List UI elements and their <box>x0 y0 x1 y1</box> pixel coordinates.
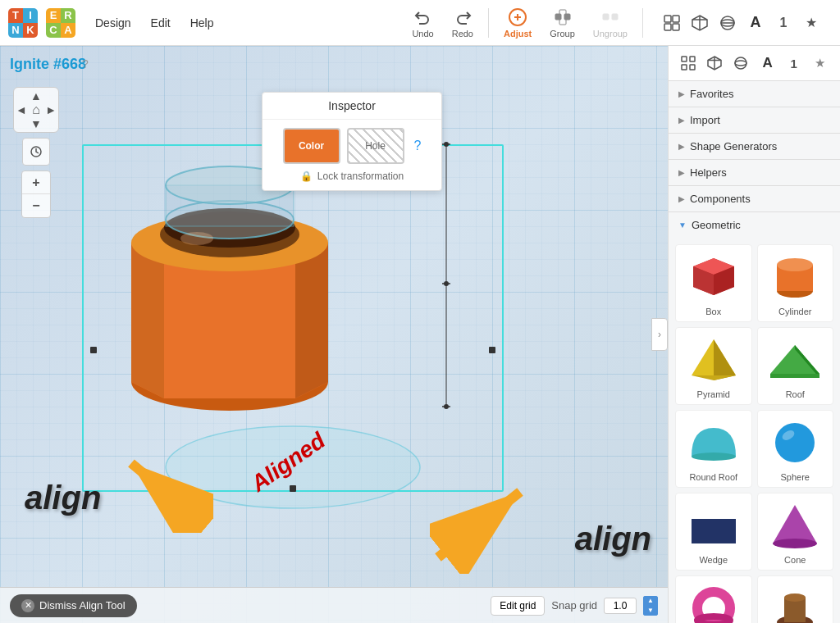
grid-view-button[interactable] <box>660 11 684 35</box>
edit-menu[interactable]: Edit <box>143 13 179 33</box>
panel-sphere-button[interactable] <box>728 51 753 75</box>
color-button[interactable]: Color <box>283 128 340 164</box>
shape-roof[interactable]: Roof <box>757 327 834 405</box>
snap-value-input[interactable] <box>604 598 637 614</box>
panel-star-button[interactable]: ★ <box>808 51 833 75</box>
number-button[interactable]: 1 <box>771 11 796 35</box>
shape-round-roof[interactable]: Round Roof <box>675 410 752 488</box>
shape-wedge[interactable]: Wedge <box>675 493 752 571</box>
zoom-out-button[interactable]: − <box>22 194 50 217</box>
svg-point-65 <box>692 452 736 461</box>
round-roof-icon <box>685 416 742 469</box>
helpers-section-header[interactable]: ▶ Helpers <box>669 160 840 185</box>
import-section-header[interactable]: ▶ Import <box>669 107 840 133</box>
help-menu[interactable]: Help <box>182 13 222 33</box>
shape-pyramid[interactable]: Pyramid <box>675 327 752 405</box>
design-menu[interactable]: Design <box>87 13 139 33</box>
components-section: ▶ Components <box>669 186 840 212</box>
star-button[interactable]: ★ <box>799 11 824 35</box>
svg-marker-64 <box>770 374 819 378</box>
inspector-help-icon[interactable]: ? <box>414 139 422 153</box>
undo-button[interactable]: Undo <box>405 4 440 42</box>
snap-grid-label: Snap grid <box>551 599 597 612</box>
logo-n: N <box>8 23 23 38</box>
geometric-label: Geometric <box>692 219 741 231</box>
components-arrow: ▶ <box>678 194 685 203</box>
handle-right[interactable] <box>489 347 495 353</box>
svg-rect-6 <box>603 14 609 20</box>
ungroup-button[interactable]: Ungroup <box>587 4 634 42</box>
snap-up-button[interactable]: ▲ <box>643 596 658 606</box>
shape-paraboloid[interactable]: Paraboloid <box>757 575 834 623</box>
svg-point-39 <box>444 404 449 409</box>
geometric-section-header[interactable]: ▼ Geometric <box>669 212 840 238</box>
logo-a: A <box>61 23 75 38</box>
svg-marker-60 <box>714 339 736 380</box>
box-label: Box <box>705 307 721 316</box>
cone-label: Cone <box>784 555 806 565</box>
cone-icon <box>766 498 824 552</box>
svg-point-32 <box>180 232 213 245</box>
helpers-section: ▶ Helpers <box>669 160 840 186</box>
shape-torus[interactable]: Torus <box>675 575 752 623</box>
nav-arrow-up[interactable]: ▲ <box>30 89 42 102</box>
svg-point-50 <box>735 57 746 69</box>
align-right-label: align <box>575 521 651 557</box>
shape-box[interactable]: Box <box>675 244 752 322</box>
nav-arrow-left[interactable]: ◄ <box>16 103 27 116</box>
shape-sphere[interactable]: Sphere <box>757 410 834 488</box>
svg-line-43 <box>438 492 520 557</box>
wireframe-button[interactable] <box>715 11 740 35</box>
nav-arrow-down[interactable]: ▼ <box>30 117 42 130</box>
roof-icon <box>766 333 824 386</box>
panel-text-button[interactable]: A <box>756 51 780 75</box>
svg-rect-4 <box>564 14 570 20</box>
adjust-label: Adjust <box>504 29 532 39</box>
logo[interactable]: T I N K <box>8 8 38 38</box>
dismiss-align-button[interactable]: ✕ Dismiss Align Tool <box>10 594 137 617</box>
svg-rect-7 <box>612 14 618 20</box>
shape-cone[interactable]: Cone <box>757 493 834 571</box>
sphere-label: Sphere <box>781 472 810 482</box>
cube-view-button[interactable] <box>687 11 712 35</box>
hole-button[interactable]: Hole <box>347 128 404 164</box>
svg-rect-11 <box>673 24 679 30</box>
help-icon[interactable]: ? <box>82 57 89 70</box>
zoom-controls: + − <box>21 171 51 218</box>
svg-marker-62 <box>770 345 819 374</box>
main-area: Ignite #668 ? ▲ ▼ ◄ ► ⌂ + − <box>0 46 840 623</box>
cylinder-shape[interactable] <box>115 161 345 415</box>
favorites-section: ▶ Favorites <box>669 81 840 107</box>
panel-cube-button[interactable] <box>702 51 727 75</box>
shape-cylinder[interactable]: Cylinder <box>757 244 834 322</box>
edit-grid-button[interactable]: Edit grid <box>491 596 545 616</box>
ungroup-label: Ungroup <box>593 29 628 39</box>
components-section-header[interactable]: ▶ Components <box>669 186 840 211</box>
nav-cube[interactable]: ▲ ▼ ◄ ► ⌂ <box>13 87 59 133</box>
nav-arrow-right[interactable]: ► <box>45 103 57 116</box>
zoom-in-button[interactable]: + <box>22 171 50 194</box>
group-button[interactable]: Group <box>543 4 582 42</box>
svg-marker-71 <box>773 505 817 543</box>
panel-grid-button[interactable] <box>676 51 701 75</box>
adjust-button[interactable]: Adjust <box>497 4 538 42</box>
canvas-area[interactable]: Ignite #668 ? ▲ ▼ ◄ ► ⌂ + − <box>0 46 668 623</box>
favorites-section-header[interactable]: ▶ Favorites <box>669 81 840 107</box>
helpers-label: Helpers <box>690 166 727 179</box>
handle-left[interactable] <box>90 347 97 353</box>
svg-rect-47 <box>690 65 695 70</box>
text-button[interactable]: A <box>743 11 768 35</box>
reset-view-button[interactable] <box>22 138 50 166</box>
svg-point-74 <box>697 616 730 623</box>
snap-down-button[interactable]: ▼ <box>643 606 658 616</box>
lock-transformation[interactable]: 🔒 Lock transformation <box>271 171 433 182</box>
svg-point-37 <box>444 142 449 147</box>
handle-bottom[interactable] <box>290 485 296 492</box>
lock-label: Lock transformation <box>317 171 404 182</box>
geometric-section: ▼ Geometric Box <box>669 212 840 623</box>
redo-button[interactable]: Redo <box>445 4 480 42</box>
panel-number-button[interactable]: 1 <box>782 51 806 75</box>
shape-generators-header[interactable]: ▶ Shape Generators <box>669 134 840 159</box>
grid-controls: Edit grid Snap grid ▲ ▼ <box>491 596 658 616</box>
collapse-panel-button[interactable]: › <box>651 318 668 351</box>
